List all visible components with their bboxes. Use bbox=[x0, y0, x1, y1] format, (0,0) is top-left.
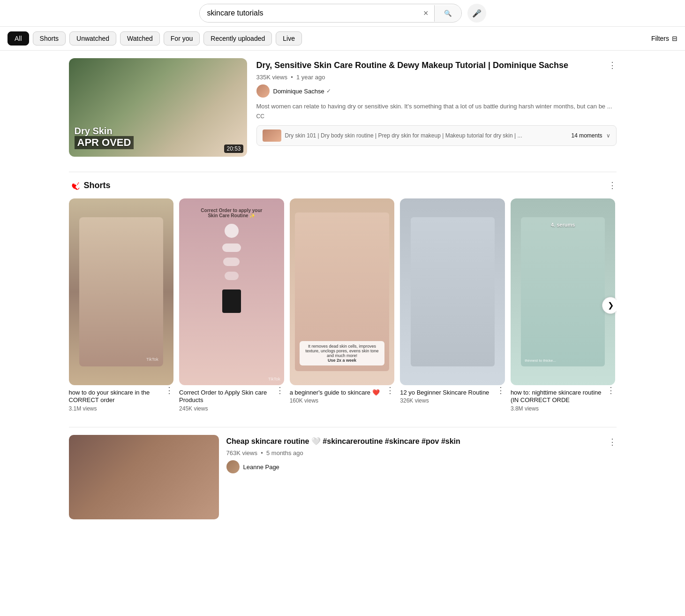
tab-live[interactable]: Live bbox=[276, 31, 302, 46]
filter-tabs: All Shorts Unwatched Watched For you Rec… bbox=[0, 27, 685, 51]
tab-watched[interactable]: Watched bbox=[120, 31, 160, 46]
tab-recently-uploaded[interactable]: Recently uploaded bbox=[203, 31, 272, 46]
short-thumb-1: Correct Order to apply yourSkin Care Rou… bbox=[179, 198, 284, 385]
short-4-more[interactable]: ⋮ bbox=[607, 385, 615, 395]
tab-all[interactable]: All bbox=[8, 31, 29, 46]
channel-name[interactable]: Dominique Sachse ✓ bbox=[273, 88, 331, 95]
featured-video: Dry Skin APR OVED 20:53 Dry, Sensitive S… bbox=[69, 58, 617, 157]
short-3-more[interactable]: ⋮ bbox=[497, 385, 505, 395]
short-card-1[interactable]: Correct Order to apply yourSkin Care Rou… bbox=[179, 198, 284, 412]
shorts-title: Shorts bbox=[69, 180, 111, 191]
short-2-header: a beginner's guide to skincare ❤️ ⋮ bbox=[290, 385, 395, 397]
moments-chevron-icon[interactable]: ∨ bbox=[606, 132, 610, 139]
shorts-grid: TikTok how to do your skincare in the CO… bbox=[69, 198, 617, 412]
short-card-0[interactable]: TikTok how to do your skincare in the CO… bbox=[69, 198, 174, 412]
featured-overlay: Dry Skin APR OVED bbox=[75, 126, 134, 149]
bottom-time-ago: 5 months ago bbox=[266, 449, 303, 456]
moments-thumbnail bbox=[263, 129, 281, 142]
bottom-title-row: Cheap skincare routine 🤍 #skincareroutin… bbox=[226, 437, 617, 449]
bottom-avatar-image bbox=[226, 460, 240, 473]
bottom-video-title[interactable]: Cheap skincare routine 🤍 #skincareroutin… bbox=[226, 437, 460, 447]
main-content: Dry Skin APR OVED 20:53 Dry, Sensitive S… bbox=[61, 51, 624, 534]
filters-button[interactable]: Filters ⊟ bbox=[651, 35, 677, 42]
short-4-header: how to: nighttime skincare routine (IN C… bbox=[511, 385, 616, 405]
shorts-section: Shorts ⋮ TikTok how to do your skincare … bbox=[69, 180, 617, 412]
channel-row: Dominique Sachse ✓ bbox=[256, 84, 617, 98]
search-icon: 🔍 bbox=[444, 10, 452, 17]
search-input[interactable]: skincare tutorials bbox=[200, 4, 418, 22]
moments-count: 14 moments bbox=[571, 132, 602, 139]
search-bar: skincare tutorials × 🔍 bbox=[199, 4, 462, 23]
mic-icon: 🎤 bbox=[472, 9, 482, 18]
overlay-line2: APR OVED bbox=[75, 136, 134, 149]
short-4-title: how to: nighttime skincare routine (IN C… bbox=[511, 389, 607, 405]
chevron-right-icon: ❯ bbox=[608, 301, 614, 310]
bottom-thumbnail[interactable] bbox=[69, 435, 219, 519]
short-3-title: 12 yo Beginner Skincare Routine bbox=[400, 389, 489, 397]
short-card-2[interactable]: It removes dead skin cells, improves tex… bbox=[290, 198, 395, 412]
featured-video-title[interactable]: Dry, Sensitive Skin Care Routine & Dewy … bbox=[256, 60, 569, 71]
short-0-title: how to do your skincare in the CORRECT o… bbox=[69, 389, 166, 405]
short-1-views: 245K views bbox=[179, 405, 284, 412]
bottom-video-info: Cheap skincare routine 🤍 #skincareroutin… bbox=[226, 435, 617, 519]
short-thumb-2: It removes dead skin cells, improves tex… bbox=[290, 198, 395, 385]
short-thumb-0: TikTok bbox=[69, 198, 174, 385]
shorts-header: Shorts ⋮ bbox=[69, 180, 617, 191]
short-0-more[interactable]: ⋮ bbox=[165, 385, 173, 395]
featured-description: Most women can relate to having dry or s… bbox=[256, 102, 617, 111]
short-3-views: 326K views bbox=[400, 397, 505, 404]
bottom-channel-row: Leanne Page bbox=[226, 460, 617, 473]
short-4-views: 3.8M views bbox=[511, 405, 616, 412]
header: skincare tutorials × 🔍 🎤 bbox=[0, 0, 685, 27]
tab-for-you[interactable]: For you bbox=[164, 31, 200, 46]
featured-views: 335K views bbox=[256, 74, 287, 81]
clear-button[interactable]: × bbox=[418, 8, 434, 18]
channel-avatar bbox=[256, 84, 270, 98]
moments-bar[interactable]: Dry skin 101 | Dry body skin routine | P… bbox=[256, 125, 617, 146]
bottom-channel-name[interactable]: Leanne Page bbox=[243, 464, 279, 471]
featured-video-info: Dry, Sensitive Skin Care Routine & Dewy … bbox=[256, 58, 617, 157]
bottom-views: 763K views bbox=[226, 449, 257, 456]
bottom-more-button[interactable]: ⋮ bbox=[608, 437, 617, 447]
moments-labels: Dry skin 101 | Dry body skin routine | P… bbox=[285, 132, 568, 139]
short-2-title: a beginner's guide to skincare ❤️ bbox=[290, 389, 380, 397]
featured-more-button[interactable]: ⋮ bbox=[608, 60, 617, 70]
short-card-3[interactable]: 12 yo Beginner Skincare Routine ⋮ 326K v… bbox=[400, 198, 505, 412]
bottom-thumb-image bbox=[69, 435, 219, 519]
search-button[interactable]: 🔍 bbox=[434, 5, 461, 22]
featured-time-ago: 1 year ago bbox=[296, 74, 325, 81]
short-0-views: 3.1M views bbox=[69, 405, 174, 412]
bottom-video: Cheap skincare routine 🤍 #skincareroutin… bbox=[69, 435, 617, 519]
short-2-views: 160K views bbox=[290, 397, 395, 404]
short-2-more[interactable]: ⋮ bbox=[386, 385, 394, 395]
featured-title-row: Dry, Sensitive Skin Care Routine & Dewy … bbox=[256, 60, 617, 74]
short-thumb-3 bbox=[400, 198, 505, 385]
verified-icon: ✓ bbox=[326, 88, 331, 94]
shorts-next-button[interactable]: ❯ bbox=[602, 297, 616, 314]
short-3-header: 12 yo Beginner Skincare Routine ⋮ bbox=[400, 385, 505, 397]
bottom-video-meta: 763K views • 5 months ago bbox=[226, 449, 617, 456]
filter-lines-icon: ⊟ bbox=[672, 35, 677, 42]
separator-2 bbox=[69, 427, 617, 427]
avatar-image bbox=[256, 84, 270, 98]
shorts-icon bbox=[69, 180, 80, 191]
filters-label: Filters bbox=[651, 35, 669, 42]
cc-badge: CC bbox=[256, 113, 617, 120]
short-1-header: Correct Order to Apply Skin care Product… bbox=[179, 385, 284, 405]
short-1-more[interactable]: ⋮ bbox=[276, 385, 284, 395]
tab-unwatched[interactable]: Unwatched bbox=[69, 31, 116, 46]
short-card-4[interactable]: 4. serums thinnest to thicke... how to: … bbox=[511, 198, 616, 412]
short-1-title: Correct Order to Apply Skin care Product… bbox=[179, 389, 276, 405]
separator-1 bbox=[69, 172, 617, 172]
shorts-title-text: Shorts bbox=[84, 181, 111, 190]
duration-badge: 20:53 bbox=[224, 144, 243, 153]
featured-thumbnail[interactable]: Dry Skin APR OVED 20:53 bbox=[69, 58, 247, 157]
tab-shorts[interactable]: Shorts bbox=[33, 31, 66, 46]
short-0-header: how to do your skincare in the CORRECT o… bbox=[69, 385, 174, 405]
mic-button[interactable]: 🎤 bbox=[467, 4, 486, 23]
featured-video-meta: 335K views • 1 year ago bbox=[256, 74, 617, 81]
shorts-more-button[interactable]: ⋮ bbox=[608, 180, 617, 190]
overlay-line1: Dry Skin bbox=[75, 126, 134, 136]
bottom-channel-avatar bbox=[226, 460, 240, 473]
short-thumb-4: 4. serums thinnest to thicke... bbox=[511, 198, 616, 385]
